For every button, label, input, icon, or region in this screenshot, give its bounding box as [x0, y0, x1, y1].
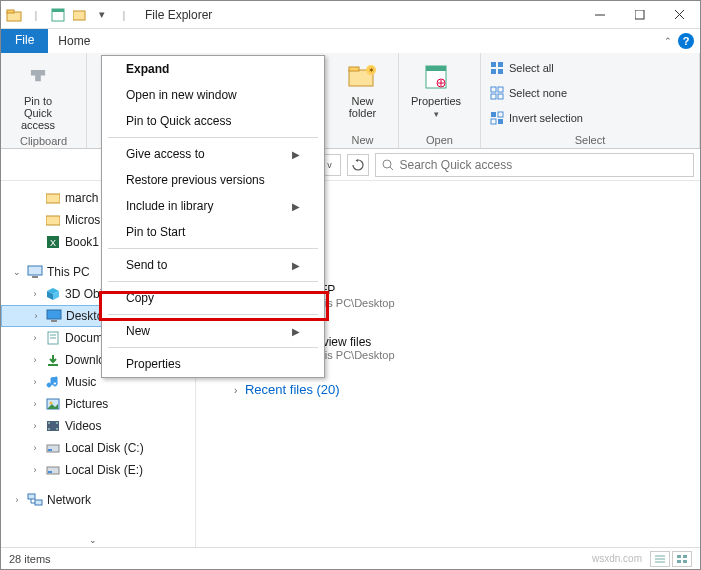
tree-item-disk-e[interactable]: ›Local Disk (E:): [1, 459, 195, 481]
cm-pin-quick-access[interactable]: Pin to Quick access: [102, 108, 324, 134]
pin-to-quick-access-button[interactable]: Pin to Quick access: [9, 57, 67, 135]
music-icon: [45, 374, 61, 390]
svg-rect-54: [48, 471, 52, 473]
view-thumbnails-icon[interactable]: [672, 551, 692, 567]
open-group-label: Open: [407, 134, 472, 146]
svg-rect-47: [48, 422, 50, 424]
svg-rect-39: [51, 320, 57, 322]
minimize-button[interactable]: [580, 1, 620, 29]
context-menu[interactable]: Expand Open in new window Pin to Quick a…: [101, 55, 325, 378]
svg-rect-64: [677, 560, 681, 563]
qat-separator-2: |: [115, 6, 133, 24]
cm-separator: [108, 137, 318, 138]
svg-rect-3: [52, 9, 64, 12]
desktop-icon: [46, 308, 62, 324]
svg-rect-48: [56, 422, 58, 424]
cm-give-access-to[interactable]: Give access to▶: [102, 141, 324, 167]
excel-icon: X: [45, 234, 61, 250]
new-folder-icon: ✶: [347, 61, 379, 93]
recent-files-header[interactable]: › Recent files (20): [234, 382, 688, 397]
invert-selection-button[interactable]: Invert selection: [489, 107, 583, 129]
svg-rect-26: [491, 112, 496, 117]
app-icon: [5, 6, 23, 24]
svg-rect-6: [635, 10, 644, 19]
chevron-right-icon[interactable]: ›: [234, 385, 237, 396]
close-button[interactable]: [660, 1, 700, 29]
svg-rect-19: [498, 62, 503, 67]
svg-rect-32: [46, 194, 60, 203]
cm-separator: [108, 281, 318, 282]
search-icon: [382, 159, 394, 171]
scroll-down-icon[interactable]: ⌄: [89, 535, 97, 545]
view-details-icon[interactable]: [650, 551, 670, 567]
svg-rect-29: [491, 119, 496, 124]
qat-properties-icon[interactable]: [49, 6, 67, 24]
svg-line-31: [390, 167, 393, 170]
cm-include-in-library[interactable]: Include in library▶: [102, 193, 324, 219]
cm-restore-previous[interactable]: Restore previous versions: [102, 167, 324, 193]
expand-icon[interactable]: ⌄: [11, 267, 23, 277]
network-icon: [27, 492, 43, 508]
window-title: File Explorer: [145, 8, 212, 22]
svg-text:✶: ✶: [367, 66, 374, 75]
maximize-button[interactable]: [620, 1, 660, 29]
select-all-button[interactable]: Select all: [489, 57, 583, 79]
downloads-icon: [45, 352, 61, 368]
svg-rect-23: [498, 87, 503, 92]
status-item-count: 28 items: [9, 553, 51, 565]
properties-icon: [420, 61, 452, 93]
tree-item-pictures[interactable]: ›Pictures: [1, 393, 195, 415]
cm-expand[interactable]: Expand: [102, 56, 324, 82]
svg-rect-14: [426, 66, 446, 71]
qat-newfolder-icon[interactable]: [71, 6, 89, 24]
videos-icon: [45, 418, 61, 434]
properties-button[interactable]: Properties ▾: [407, 57, 465, 123]
submenu-arrow-icon: ▶: [292, 201, 300, 212]
cm-separator: [108, 347, 318, 348]
svg-rect-21: [498, 69, 503, 74]
cm-separator: [108, 314, 318, 315]
select-all-icon: [489, 60, 505, 76]
cm-open-new-window[interactable]: Open in new window: [102, 82, 324, 108]
cm-send-to[interactable]: Send to▶: [102, 252, 324, 278]
invert-selection-icon: [489, 110, 505, 126]
file-tab[interactable]: File: [1, 29, 48, 53]
submenu-arrow-icon: ▶: [292, 149, 300, 160]
select-none-icon: [489, 85, 505, 101]
search-box[interactable]: [375, 153, 695, 177]
svg-rect-10: [349, 67, 359, 71]
svg-point-45: [50, 402, 53, 405]
cm-pin-to-start[interactable]: Pin to Start: [102, 219, 324, 245]
svg-rect-33: [46, 216, 60, 225]
select-none-label: Select none: [509, 87, 567, 99]
select-all-label: Select all: [509, 62, 554, 74]
search-input[interactable]: [400, 158, 688, 172]
new-folder-button[interactable]: ✶ New folder: [335, 57, 390, 123]
svg-rect-27: [498, 119, 503, 124]
tree-item-videos[interactable]: ›Videos: [1, 415, 195, 437]
watermark: wsxdn.com: [592, 553, 642, 564]
cm-copy[interactable]: Copy: [102, 285, 324, 311]
home-tab[interactable]: Home: [48, 29, 100, 53]
tree-item-network[interactable]: ›Network: [1, 489, 195, 511]
svg-rect-28: [498, 112, 503, 117]
qat-dropdown-icon[interactable]: ▾: [93, 6, 111, 24]
ribbon-collapse-icon[interactable]: ⌃: [664, 36, 672, 46]
svg-rect-24: [491, 94, 496, 99]
svg-rect-65: [683, 560, 687, 563]
pictures-icon: [45, 396, 61, 412]
svg-rect-63: [683, 555, 687, 558]
help-icon[interactable]: ?: [678, 33, 694, 49]
svg-rect-62: [677, 555, 681, 558]
cm-new[interactable]: New▶: [102, 318, 324, 344]
tree-item-disk-c[interactable]: ›Local Disk (C:): [1, 437, 195, 459]
clipboard-group-label: Clipboard: [9, 135, 78, 147]
refresh-button[interactable]: [347, 154, 369, 176]
folder-icon: [45, 212, 61, 228]
svg-rect-55: [28, 494, 35, 499]
properties-dropdown-icon[interactable]: ▾: [434, 109, 439, 119]
select-none-button[interactable]: Select none: [489, 82, 583, 104]
cm-properties[interactable]: Properties: [102, 351, 324, 377]
submenu-arrow-icon: ▶: [292, 260, 300, 271]
svg-rect-25: [498, 94, 503, 99]
